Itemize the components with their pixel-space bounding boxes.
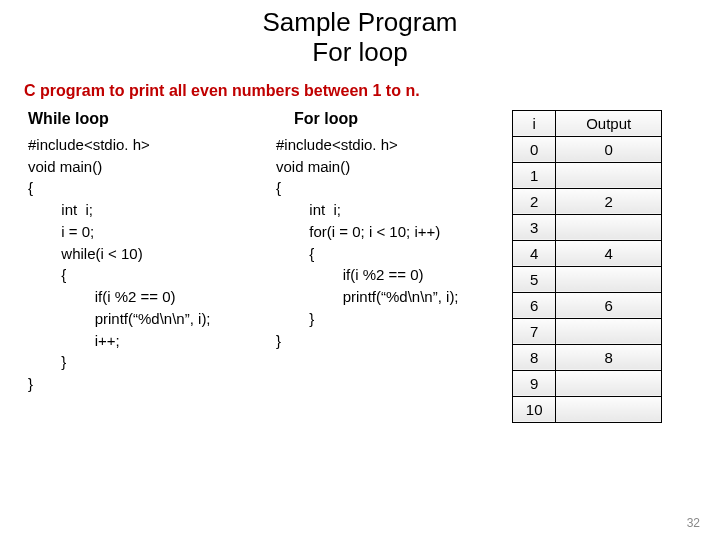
- cell-i: 0: [513, 136, 556, 162]
- table-row: 5: [513, 266, 662, 292]
- column-while: While loop #include<stdio. h> void main(…: [0, 110, 270, 423]
- slide-title: Sample Program For loop: [0, 0, 720, 68]
- cell-i: 2: [513, 188, 556, 214]
- cell-out: [556, 396, 662, 422]
- heading-while-loop: While loop: [28, 110, 270, 128]
- content-columns: While loop #include<stdio. h> void main(…: [0, 100, 720, 423]
- cell-out: [556, 266, 662, 292]
- table-head-output: Output: [556, 110, 662, 136]
- cell-out: 6: [556, 292, 662, 318]
- code-while-loop: #include<stdio. h> void main() { int i; …: [28, 134, 270, 395]
- cell-i: 5: [513, 266, 556, 292]
- cell-i: 6: [513, 292, 556, 318]
- table-row: 66: [513, 292, 662, 318]
- cell-i: 3: [513, 214, 556, 240]
- table-row: 44: [513, 240, 662, 266]
- heading-for-loop: For loop: [276, 110, 510, 128]
- cell-i: 10: [513, 396, 556, 422]
- cell-out: 2: [556, 188, 662, 214]
- table-row: 7: [513, 318, 662, 344]
- table-row: 1: [513, 162, 662, 188]
- table-row: 22: [513, 188, 662, 214]
- table-row: 88: [513, 344, 662, 370]
- table-head-i: i: [513, 110, 556, 136]
- cell-out: 8: [556, 344, 662, 370]
- table-row: 00: [513, 136, 662, 162]
- cell-out: 4: [556, 240, 662, 266]
- table-header-row: i Output: [513, 110, 662, 136]
- table-row: 10: [513, 396, 662, 422]
- title-line-2: For loop: [312, 37, 407, 67]
- cell-out: [556, 162, 662, 188]
- column-for: For loop #include<stdio. h> void main() …: [270, 110, 510, 423]
- slide-subtitle: C program to print all even numbers betw…: [0, 68, 720, 100]
- table-row: 9: [513, 370, 662, 396]
- output-table: i Output 00 1 22 3 44 5 66 7 88 9 10: [512, 110, 662, 423]
- page-number: 32: [687, 516, 700, 530]
- code-for-loop: #include<stdio. h> void main() { int i; …: [276, 134, 510, 352]
- cell-out: 0: [556, 136, 662, 162]
- cell-i: 8: [513, 344, 556, 370]
- cell-i: 9: [513, 370, 556, 396]
- cell-i: 1: [513, 162, 556, 188]
- column-table: i Output 00 1 22 3 44 5 66 7 88 9 10: [510, 110, 692, 423]
- cell-i: 7: [513, 318, 556, 344]
- cell-i: 4: [513, 240, 556, 266]
- cell-out: [556, 318, 662, 344]
- table-row: 3: [513, 214, 662, 240]
- cell-out: [556, 214, 662, 240]
- title-line-1: Sample Program: [262, 7, 457, 37]
- cell-out: [556, 370, 662, 396]
